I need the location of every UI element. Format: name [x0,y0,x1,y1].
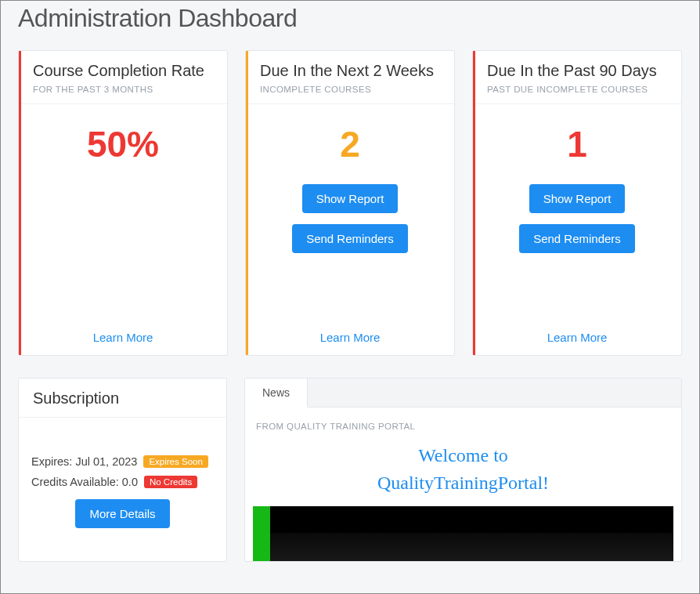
more-details-button[interactable]: More Details [75,499,169,528]
card-body: 1 Show Report Send Reminders [473,104,681,321]
due-90-days-value: 1 [567,123,587,165]
card-completion-rate: Course Completion Rate FOR THE PAST 3 MO… [18,50,228,356]
news-panel: News FROM QUALITY TRAINING PORTAL Welcom… [244,378,682,562]
card-due-next-2-weeks: Due In the Next 2 Weeks INCOMPLETE COURS… [245,50,455,356]
expires-label: Expires: Jul 01, 2023 [31,455,137,468]
card-subtitle: INCOMPLETE COURSES [260,85,440,94]
subscription-body: Expires: Jul 01, 2023 Expires Soon Credi… [19,418,226,542]
expires-line: Expires: Jul 01, 2023 Expires Soon [31,455,214,468]
bottom-row: Subscription Expires: Jul 01, 2023 Expir… [18,378,682,562]
card-accent [246,51,248,355]
tab-news[interactable]: News [245,378,308,407]
show-report-button[interactable]: Show Report [302,184,399,213]
video-sidebar-accent [253,506,270,561]
learn-more-link[interactable]: Learn More [19,321,227,355]
subscription-header: Subscription [19,378,226,418]
news-tabs: News [245,378,681,407]
learn-more-link[interactable]: Learn More [473,321,681,355]
news-from-label: FROM QUALITY TRAINING PORTAL [245,407,681,442]
subscription-title: Subscription [33,389,212,407]
video-controls-bar [270,533,673,561]
card-accent [19,51,21,355]
send-reminders-button[interactable]: Send Reminders [292,224,408,253]
card-header: Due In the Next 2 Weeks INCOMPLETE COURS… [246,51,454,104]
card-accent [473,51,475,355]
learn-more-link[interactable]: Learn More [246,321,454,355]
welcome-heading: Welcome to QualityTrainingPortal! [245,442,681,497]
card-header: Course Completion Rate FOR THE PAST 3 MO… [19,51,227,104]
card-title: Due In the Next 2 Weeks [260,62,440,80]
card-subtitle: FOR THE PAST 3 MONTHS [33,85,213,94]
credits-label: Credits Available: 0.0 [31,476,138,488]
expires-soon-badge: Expires Soon [143,455,207,468]
welcome-line-2: QualityTrainingPortal! [377,473,549,493]
credits-line: Credits Available: 0.0 No Credits [31,476,214,488]
card-title: Due In the Past 90 Days [487,62,667,80]
welcome-line-1: Welcome to [418,445,508,465]
subscription-name [31,429,214,446]
card-body: 2 Show Report Send Reminders [246,104,454,321]
card-body: 50% [19,104,227,321]
completion-rate-value: 50% [87,123,159,165]
no-credits-badge: No Credits [144,476,197,488]
subscription-card: Subscription Expires: Jul 01, 2023 Expir… [18,378,227,562]
card-header: Due In the Past 90 Days PAST DUE INCOMPL… [473,51,681,104]
card-title: Course Completion Rate [33,62,213,80]
due-2-weeks-value: 2 [340,123,360,165]
video-embed[interactable] [253,506,673,561]
card-due-past-90-days: Due In the Past 90 Days PAST DUE INCOMPL… [472,50,682,356]
stat-cards-row: Course Completion Rate FOR THE PAST 3 MO… [18,50,682,356]
page-title: Administration Dashboard [18,4,682,33]
show-report-button[interactable]: Show Report [529,184,626,213]
card-subtitle: PAST DUE INCOMPLETE COURSES [487,85,667,94]
send-reminders-button[interactable]: Send Reminders [519,224,635,253]
